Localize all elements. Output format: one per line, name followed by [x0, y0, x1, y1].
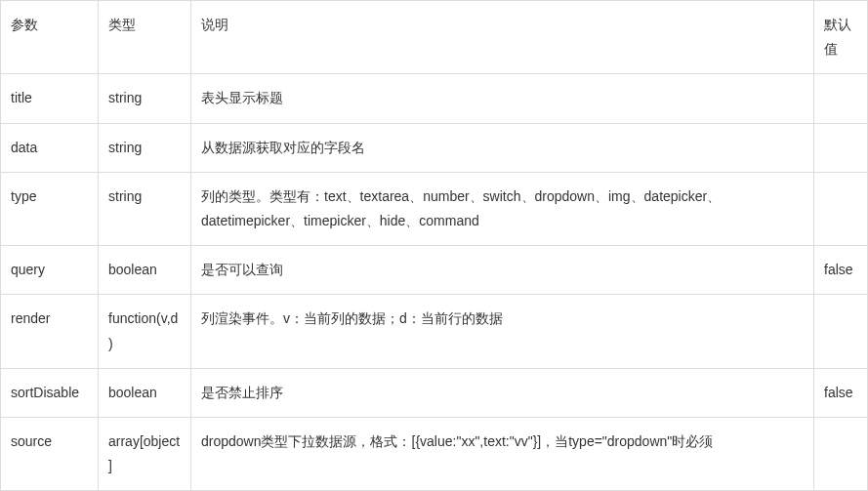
cell-default: [814, 295, 868, 368]
cell-type: function(v,d): [99, 295, 191, 368]
table-row: type string 列的类型。类型有：text、textarea、numbe…: [1, 172, 868, 245]
cell-param: sortDisable: [1, 368, 99, 417]
header-param: 参数: [1, 1, 99, 74]
table-row: data string 从数据源获取对应的字段名: [1, 123, 868, 172]
cell-default: false: [814, 246, 868, 295]
cell-desc: 从数据源获取对应的字段名: [191, 123, 814, 172]
cell-desc: 列渲染事件。v：当前列的数据；d：当前行的数据: [191, 295, 814, 368]
table-row: sortDisable boolean 是否禁止排序 false: [1, 368, 868, 417]
table-row: title string 表头显示标题: [1, 74, 868, 123]
header-default: 默认值: [814, 1, 868, 74]
cell-default: [814, 74, 868, 123]
cell-param: source: [1, 417, 99, 490]
api-params-table: 参数 类型 说明 默认值 title string 表头显示标题 data st…: [0, 0, 868, 491]
table-row: query boolean 是否可以查询 false: [1, 246, 868, 295]
header-type: 类型: [99, 1, 191, 74]
cell-default: false: [814, 368, 868, 417]
cell-default: [814, 417, 868, 490]
cell-desc: 是否可以查询: [191, 246, 814, 295]
cell-desc: 列的类型。类型有：text、textarea、number、switch、dro…: [191, 172, 814, 245]
cell-default: [814, 123, 868, 172]
cell-param: title: [1, 74, 99, 123]
cell-desc: 是否禁止排序: [191, 368, 814, 417]
cell-type: boolean: [99, 368, 191, 417]
cell-param: render: [1, 295, 99, 368]
cell-default: [814, 172, 868, 245]
cell-type: boolean: [99, 246, 191, 295]
table-row: source array[object] dropdown类型下拉数据源，格式：…: [1, 417, 868, 490]
cell-desc: dropdown类型下拉数据源，格式：[{value:"xx",text:"vv…: [191, 417, 814, 490]
cell-type: string: [99, 123, 191, 172]
cell-type: string: [99, 172, 191, 245]
table-row: render function(v,d) 列渲染事件。v：当前列的数据；d：当前…: [1, 295, 868, 368]
cell-param: data: [1, 123, 99, 172]
cell-param: query: [1, 246, 99, 295]
table-header-row: 参数 类型 说明 默认值: [1, 1, 868, 74]
header-desc: 说明: [191, 1, 814, 74]
cell-param: type: [1, 172, 99, 245]
cell-type: array[object]: [99, 417, 191, 490]
cell-desc: 表头显示标题: [191, 74, 814, 123]
cell-type: string: [99, 74, 191, 123]
